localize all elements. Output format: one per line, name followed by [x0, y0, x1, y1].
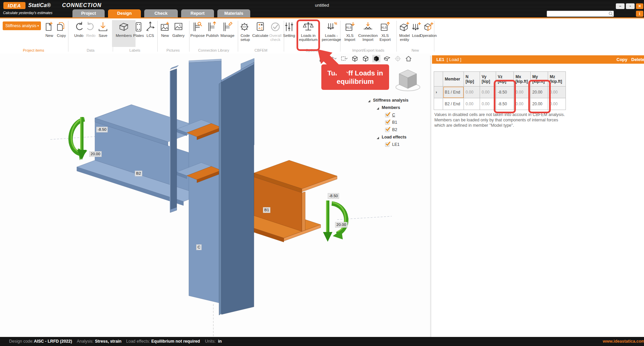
maximize-button[interactable]: ▫ — [626, 3, 635, 9]
connection-import-icon — [362, 21, 374, 33]
analysis-type-combo[interactable]: Stiffness analysis ▾ — [3, 21, 41, 30]
tree-expand-icon[interactable] — [376, 106, 379, 109]
member-cell[interactable]: B1 / End — [443, 86, 464, 98]
cell-mx[interactable]: 0.00 — [514, 98, 531, 110]
loads-in-equilibrium-highlight — [297, 19, 320, 51]
tree-item-stiffness-analysis[interactable]: Stiffness analysis — [368, 97, 430, 104]
save-icon — [97, 21, 109, 33]
cube-solid-icon[interactable] — [372, 55, 380, 62]
tree-checkbox-c[interactable] — [385, 113, 389, 117]
info-button[interactable]: i — [636, 11, 643, 17]
annotation-line2: equilibrium — [321, 77, 389, 85]
cell-n[interactable]: 0.00 — [464, 98, 480, 110]
tree-checkbox-b1[interactable] — [385, 120, 389, 125]
row-selector-cell[interactable] — [434, 98, 443, 110]
row-selector-cell[interactable]: › — [434, 86, 443, 98]
svg-text:%: % — [334, 21, 337, 25]
tab-design[interactable]: Design — [108, 9, 141, 17]
status-value-design-code: AISC - LRFD (2022) — [34, 337, 72, 346]
tab-materials[interactable]: Materials — [217, 9, 250, 17]
save-button[interactable]: Save — [91, 20, 115, 47]
column-header-n[interactable]: N[kip] — [464, 72, 480, 86]
vz-column-highlight — [494, 80, 516, 113]
rotate-icon — [394, 55, 402, 62]
copy-load-button[interactable]: Copy — [616, 55, 628, 64]
tree-item-b2[interactable]: B2 — [368, 126, 430, 133]
select-mode-icon[interactable]: 2 — [329, 55, 337, 62]
annotation-callout: Turn off Loads in equilibrium — [321, 64, 389, 90]
tree-item-label: B2 — [392, 127, 397, 132]
cell-n[interactable]: 0.00 — [464, 86, 480, 98]
tab-project[interactable]: Project — [72, 9, 105, 17]
disabled-cells-note: Values in disabled cells are not taken i… — [434, 112, 569, 128]
model-viewport[interactable]: 2 Stiffness analysisMembersCB1B2Load eff… — [0, 54, 431, 337]
viewport-toolbar: 2 — [319, 55, 413, 63]
status-label-load-effects: Load effects: — [126, 337, 150, 346]
cube-hidden-icon[interactable] — [362, 55, 370, 62]
ribbon-button-label: Save — [91, 34, 115, 38]
tree-scrollbar[interactable] — [430, 56, 431, 337]
tab-check[interactable]: Check — [144, 9, 178, 17]
ribbon: Stiffness analysis ▾ Project itemsNewCop… — [0, 19, 644, 54]
column-header-mx[interactable]: Mx[kip.ft] — [514, 72, 531, 86]
delete-load-button[interactable]: Delete — [631, 55, 644, 64]
manage-icon — [222, 21, 233, 33]
tree-expand-icon[interactable] — [376, 136, 379, 139]
svg-text:2: 2 — [331, 56, 334, 61]
tree-checkbox-le1[interactable] — [385, 142, 389, 147]
zoom-extents-icon[interactable] — [319, 55, 327, 62]
status-value-load-effects: Equilibrium not required — [151, 337, 200, 346]
load-effect-header: LE1 [ Load ] Copy Delete — [432, 55, 644, 64]
copy-icon — [56, 21, 67, 33]
search-input[interactable] — [547, 11, 614, 17]
load-effect-type: [ Load ] — [447, 55, 461, 64]
close-button[interactable]: ✕ — [636, 3, 643, 9]
status-value-analysis: Stress, strain — [95, 337, 121, 346]
gallery-icon — [173, 21, 184, 33]
title-bar: IDEA StatiCa® CONNECTION Calculate yeste… — [0, 0, 644, 18]
tab-report[interactable]: Report — [181, 9, 214, 17]
member-cell[interactable]: B2 / End — [443, 98, 464, 110]
clip-select-icon[interactable] — [340, 55, 348, 62]
member-label-b1: B1 — [263, 207, 270, 213]
operation-icon — [423, 21, 434, 33]
analysis-type-label: Stiffness analysis — [5, 23, 37, 28]
status-label-design-code: Design code: — [9, 337, 34, 346]
svg-text:XLS: XLS — [346, 26, 352, 29]
load-effect-name: LE1 — [436, 55, 444, 64]
operation-button[interactable]: Operation — [417, 20, 440, 47]
xls-export-icon: XLS — [379, 21, 391, 33]
minimize-button[interactable]: – — [616, 3, 625, 9]
cube-section-icon[interactable] — [383, 55, 391, 62]
tagline: Calculate yesterday's estimates — [3, 11, 52, 15]
tree-expand-icon[interactable] — [368, 99, 371, 102]
home-icon[interactable] — [405, 55, 413, 62]
settings-sliders-icon — [283, 21, 295, 33]
tree-item-c[interactable]: C — [368, 111, 430, 119]
load-value-label: -8.50 — [328, 193, 339, 199]
tree-item-load-effects[interactable]: Load effects — [368, 133, 430, 141]
tree-item-b1[interactable]: B1 — [368, 119, 430, 126]
tree-item-label: C — [392, 113, 395, 117]
search-icon — [608, 11, 613, 16]
connection-3d-model — [0, 54, 431, 337]
tree-item-members[interactable]: Members — [368, 104, 430, 111]
tree-item-label: B1 — [392, 120, 397, 125]
annotation-line1: Turn off Loads in — [321, 69, 389, 77]
cube-wireframe-icon[interactable] — [351, 55, 359, 62]
cell-mx[interactable]: 0.00 — [514, 86, 531, 98]
load-effect-panel: LE1 [ Load ] Copy Delete MemberN[kip]Vy[… — [432, 54, 644, 337]
column-header-row-selector[interactable] — [434, 72, 443, 86]
moment-arrow-right — [323, 200, 346, 242]
tree-item-label: Load effects — [382, 135, 407, 139]
load-value-label: 20.00 — [89, 151, 102, 157]
column-header-member[interactable]: Member — [443, 72, 464, 86]
member-label-b2: B2 — [135, 171, 142, 176]
ribbon-button-label: Operation — [417, 34, 440, 38]
tree-checkbox-b2[interactable] — [385, 128, 389, 132]
status-label-analysis: Analysis: — [77, 337, 94, 346]
website-link[interactable]: www.ideastatica.com — [603, 337, 644, 346]
tree-item-label: LE1 — [392, 142, 399, 147]
tree-item-le1[interactable]: LE1 — [368, 141, 430, 148]
navigation-cube[interactable] — [396, 70, 420, 91]
